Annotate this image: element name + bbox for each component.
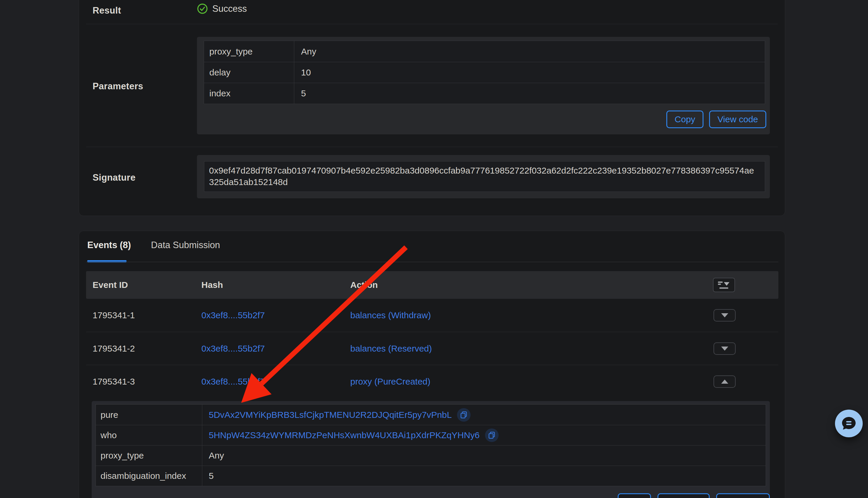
view-code-button[interactable]: View code (709, 110, 766, 128)
detail-row: pure 5DvAx2VMYiKpBRB3LsfCjkpTMENU2R2DJQq… (96, 405, 766, 425)
tab-events[interactable]: Events (8) (87, 240, 131, 250)
chat-bubble-icon (841, 416, 856, 431)
detail-row: proxy_type Any (96, 445, 766, 466)
event-hash-link[interactable]: 0x3ef8....55b2f7 (202, 344, 265, 353)
parameter-row: delay 10 (204, 62, 765, 83)
result-label: Result (93, 5, 121, 16)
event-id: 1795341-2 (86, 344, 202, 354)
detail-row: disambiguation_index 5 (96, 466, 766, 486)
detail-key: proxy_type (96, 446, 202, 466)
tab-data-submission[interactable]: Data Submission (151, 240, 220, 250)
event-hash-link[interactable]: 0x3ef8....55b2f7 (202, 310, 265, 320)
pure-address-link[interactable]: 5DvAx2VMYiKpBRB3LsfCjkpTMENU2R2DJQqitEr5… (209, 410, 452, 420)
event-id: 1795341-3 (86, 377, 202, 386)
event-action-link[interactable]: balances (Reserved) (350, 344, 432, 353)
detail-row: who 5HNpW4ZS34zWYMRMDzPeNHsXwnbW4UXBAi1p… (96, 425, 766, 445)
parameters-label: Parameters (93, 81, 143, 92)
signature-panel: 0x9ef47d28d7f87cab0197470907b4e592e25982… (197, 155, 770, 198)
copy-address-button[interactable] (485, 429, 498, 442)
chat-support-button[interactable] (835, 410, 863, 437)
events-card: Events (8) Data Submission Event ID Hash… (79, 231, 785, 498)
parameter-key: proxy_type (204, 41, 294, 62)
parameter-row: index 5 (204, 83, 765, 104)
signature-label: Signature (93, 172, 135, 183)
detail-action-button[interactable] (658, 493, 710, 498)
events-table-header: Event ID Hash Action (86, 271, 778, 299)
chevron-up-icon (721, 380, 728, 384)
event-row: 1795341-2 0x3ef8....55b2f7 balances (Res… (86, 332, 778, 365)
parameter-key: index (204, 83, 294, 104)
copy-button[interactable]: Copy (666, 110, 703, 128)
event-filter-button[interactable] (713, 278, 735, 292)
parameter-value: 10 (294, 62, 765, 83)
extrinsic-detail-card: Result Success Parameters proxy_type Any… (79, 0, 785, 216)
copy-icon (461, 411, 467, 418)
parameter-key: delay (204, 62, 294, 83)
tabs-divider (86, 262, 778, 262)
collapse-row-button[interactable] (713, 376, 736, 388)
copy-icon (489, 432, 495, 439)
expand-row-button[interactable] (713, 342, 736, 355)
header-event-id: Event ID (86, 280, 202, 290)
expanded-event-panel: pure 5DvAx2VMYiKpBRB3LsfCjkpTMENU2R2DJQq… (92, 401, 770, 498)
event-hash-link[interactable]: 0x3ef8....55b2f7 (202, 377, 265, 386)
detail-value: Any (202, 446, 766, 466)
parameters-panel: proxy_type Any delay 10 index 5 Copy Vie… (197, 37, 770, 134)
who-address-link[interactable]: 5HNpW4ZS34zWYMRMDzPeNHsXwnbW4UXBAi1pXdrP… (209, 430, 480, 440)
copy-address-button[interactable] (457, 408, 470, 422)
header-hash: Hash (202, 280, 350, 290)
expand-row-button[interactable] (713, 309, 736, 322)
signature-value: 0x9ef47d28d7f87cab0197470907b4e592e25982… (204, 161, 765, 192)
parameter-row: proxy_type Any (204, 41, 765, 62)
chevron-down-icon (721, 346, 728, 351)
sort-filter-icon (717, 280, 731, 290)
success-check-icon (197, 3, 208, 14)
divider (86, 147, 778, 147)
event-row: 1795341-1 0x3ef8....55b2f7 balances (Wit… (86, 299, 778, 332)
expanded-event-actions (618, 493, 770, 498)
divider (86, 24, 778, 24)
detail-key: disambiguation_index (96, 466, 202, 486)
detail-action-button[interactable] (618, 493, 651, 498)
parameter-value: 5 (294, 83, 765, 104)
parameters-table: proxy_type Any delay 10 index 5 (204, 41, 765, 104)
expanded-event-table: pure 5DvAx2VMYiKpBRB3LsfCjkpTMENU2R2DJQq… (95, 404, 766, 486)
detail-value: 5 (202, 466, 766, 486)
event-row: 1795341-3 0x3ef8....55b2f7 proxy (PureCr… (86, 365, 778, 398)
detail-key: who (96, 425, 202, 445)
event-action-link[interactable]: balances (Withdraw) (350, 310, 431, 320)
chevron-down-icon (721, 313, 728, 317)
success-text: Success (212, 3, 247, 14)
detail-action-button[interactable] (716, 493, 770, 498)
parameter-value: Any (294, 41, 765, 62)
result-status: Success (197, 3, 247, 14)
event-id: 1795341-1 (86, 310, 202, 320)
detail-key: pure (96, 405, 202, 425)
event-action-link[interactable]: proxy (PureCreated) (350, 377, 430, 386)
